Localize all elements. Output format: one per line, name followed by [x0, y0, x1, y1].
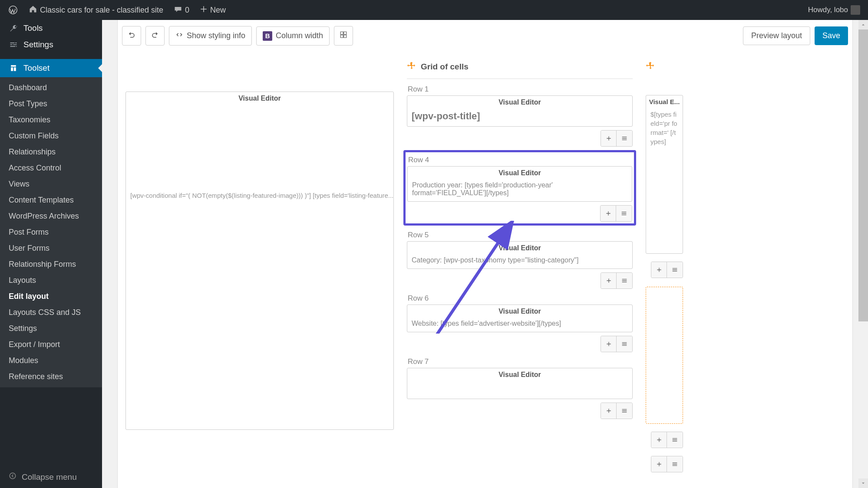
- submenu-modules[interactable]: Modules: [0, 353, 102, 369]
- bootstrap-icon: B: [263, 31, 272, 41]
- menu-button[interactable]: [616, 206, 632, 221]
- sidebar-item-tools[interactable]: Tools: [0, 20, 102, 36]
- grid-title: Grid of cells: [421, 62, 469, 72]
- menu-button[interactable]: [617, 131, 632, 146]
- cell-header: Visual Editor: [126, 92, 393, 105]
- visual-editor-cell[interactable]: Visual Editor [wpv-post-title]: [407, 95, 633, 127]
- row-6: Row 6 Visual Editor Website: [types fiel…: [407, 292, 633, 352]
- user-account[interactable]: Howdy, lobo: [805, 5, 864, 15]
- sidebar-label: Tools: [23, 23, 43, 33]
- submenu-relationship-forms[interactable]: Relationship Forms: [0, 256, 102, 272]
- sidebar-label: Toolset: [23, 63, 50, 73]
- submenu-layouts[interactable]: Layouts: [0, 272, 102, 288]
- row-7: Row 7 Visual Editor: [407, 356, 633, 419]
- comments[interactable]: 0: [170, 5, 193, 16]
- menu-button[interactable]: [617, 403, 632, 419]
- collapse-label: Collapse menu: [22, 472, 77, 482]
- scroll-down-button[interactable]: [858, 478, 868, 488]
- add-button[interactable]: [651, 432, 667, 448]
- add-button[interactable]: [601, 206, 616, 221]
- submenu-export-import[interactable]: Export / Import: [0, 337, 102, 353]
- submenu-relationships[interactable]: Relationships: [0, 144, 102, 160]
- submenu-edit-layout[interactable]: Edit layout: [0, 288, 102, 305]
- wp-admin-bar: Classic cars for sale - classified site …: [0, 0, 868, 20]
- cell-header: Visual E...: [646, 95, 683, 108]
- submenu-dashboard[interactable]: Dashboard: [0, 80, 102, 96]
- cell-header: Visual Editor: [407, 368, 632, 381]
- add-button[interactable]: [651, 456, 667, 472]
- move-icon[interactable]: [646, 59, 683, 63]
- undo-button[interactable]: [122, 26, 141, 46]
- toolset-submenu: Dashboard Post Types Taxonomies Custom F…: [0, 77, 102, 387]
- row-4: Row 4 Visual Editor Production year: [ty…: [403, 150, 636, 226]
- collapse-icon: [9, 472, 17, 482]
- save-button[interactable]: Save: [815, 26, 848, 45]
- submenu-post-forms[interactable]: Post Forms: [0, 224, 102, 240]
- cell-header: Visual Editor: [407, 96, 632, 109]
- site-name[interactable]: Classic cars for sale - classified site: [25, 5, 167, 16]
- svg-point-1: [10, 473, 16, 479]
- column-width-button[interactable]: B Column width: [256, 26, 330, 46]
- submenu-wp-archives[interactable]: WordPress Archives: [0, 208, 102, 224]
- menu-button[interactable]: [667, 456, 683, 472]
- submenu-views[interactable]: Views: [0, 176, 102, 192]
- toolset-icon: [9, 63, 18, 73]
- submenu-user-forms[interactable]: User Forms: [0, 240, 102, 256]
- submenu-content-templates[interactable]: Content Templates: [0, 192, 102, 208]
- submenu-reference-sites[interactable]: Reference sites: [0, 369, 102, 385]
- visual-editor-cell[interactable]: Visual Editor: [407, 368, 633, 399]
- grid-icon-button[interactable]: [334, 26, 353, 46]
- cell-body: $[types field='pr format=' [/types]: [646, 108, 683, 151]
- row-label: Row 4: [407, 154, 632, 166]
- submenu-settings[interactable]: Settings: [0, 321, 102, 337]
- row-label: Row 7: [407, 356, 633, 368]
- row-label: Row 1: [407, 83, 633, 95]
- grid-header: Grid of cells: [407, 58, 633, 79]
- add-button[interactable]: [651, 262, 667, 278]
- comments-count: 0: [185, 6, 189, 15]
- cell-header: Visual Editor: [408, 167, 632, 180]
- add-button[interactable]: [601, 336, 617, 352]
- collapse-menu[interactable]: Collapse menu: [0, 466, 102, 488]
- empty-cell[interactable]: [646, 287, 683, 424]
- cell-body: Category: [wpv-post-taxonomy type="listi…: [407, 255, 632, 269]
- preview-button[interactable]: Preview layout: [743, 26, 810, 45]
- show-styling-button[interactable]: Show styling info: [169, 26, 252, 46]
- visual-editor-cell[interactable]: Visual Editor Production year: [types fi…: [407, 166, 632, 202]
- add-button[interactable]: [601, 403, 617, 419]
- cell-body: [wpv-post-title]: [412, 111, 480, 121]
- menu-button[interactable]: [617, 336, 632, 352]
- howdy: Howdy, lobo: [808, 6, 848, 14]
- cell-header: Visual Editor: [407, 242, 632, 255]
- styling-label: Show styling info: [187, 31, 245, 40]
- visual-editor-cell[interactable]: Visual Editor Category: [wpv-post-taxono…: [407, 241, 633, 269]
- menu-button[interactable]: [667, 432, 683, 448]
- scroll-up-button[interactable]: [858, 20, 868, 29]
- sidebar-label: Settings: [23, 40, 53, 49]
- visual-editor-cell-right[interactable]: Visual E... $[types field='pr format=' […: [646, 95, 683, 254]
- menu-button[interactable]: [617, 273, 632, 288]
- row-5: Row 5 Visual Editor Category: [wpv-post-…: [407, 229, 633, 289]
- submenu-post-types[interactable]: Post Types: [0, 96, 102, 112]
- move-icon[interactable]: [407, 61, 416, 72]
- redo-button[interactable]: [145, 26, 165, 46]
- vertical-scrollbar[interactable]: [858, 20, 868, 488]
- submenu-custom-fields[interactable]: Custom Fields: [0, 128, 102, 144]
- menu-button[interactable]: [667, 262, 683, 278]
- sidebar-item-settings[interactable]: Settings: [0, 36, 102, 53]
- new-content[interactable]: New: [196, 5, 229, 15]
- layout-col-right: Visual E... $[types field='pr format=' […: [646, 92, 683, 481]
- site-title: Classic cars for sale - classified site: [40, 6, 163, 15]
- sidebar-item-toolset[interactable]: Toolset: [0, 59, 102, 77]
- submenu-taxonomies[interactable]: Taxonomies: [0, 112, 102, 128]
- add-button[interactable]: [601, 273, 617, 288]
- add-button[interactable]: [601, 131, 617, 146]
- scrollbar-thumb[interactable]: [858, 29, 868, 321]
- cell-body: Website: [types field='advertiser-websit…: [407, 318, 632, 332]
- visual-editor-cell-left[interactable]: Visual Editor [wpv-conditional if="( NOT…: [125, 92, 394, 430]
- submenu-access-control[interactable]: Access Control: [0, 160, 102, 176]
- wp-logo[interactable]: [4, 5, 22, 15]
- visual-editor-cell[interactable]: Visual Editor Website: [types field='adv…: [407, 305, 633, 332]
- submenu-layouts-css-js[interactable]: Layouts CSS and JS: [0, 305, 102, 321]
- wrench-icon: [9, 23, 18, 33]
